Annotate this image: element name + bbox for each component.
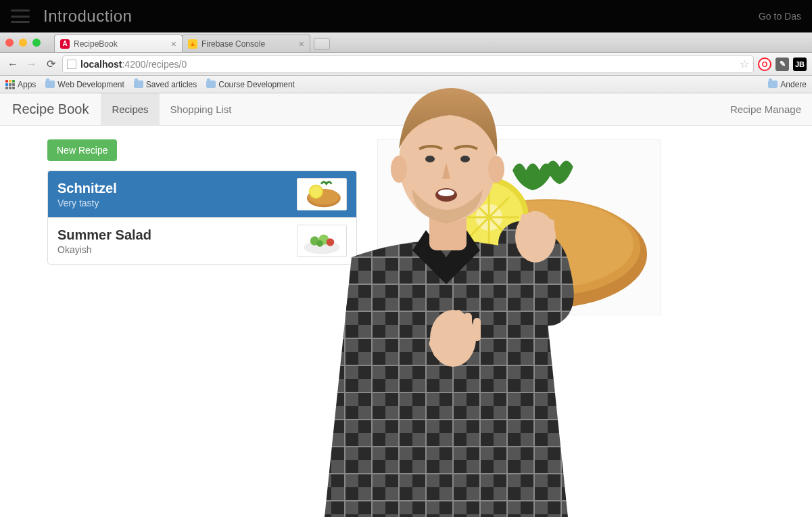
recipe-item-summer-salad[interactable]: Summer Salad Okayish — [48, 218, 356, 264]
parent-right-link[interactable]: Go to Das — [759, 11, 801, 22]
extension-jetbrains-icon[interactable]: JB — [793, 58, 807, 71]
bookmarks-apps[interactable]: Apps — [5, 80, 36, 89]
recipe-item-schnitzel[interactable]: Schnitzel Very tasty — [48, 171, 356, 218]
url-path: :4200/recipes/0 — [122, 59, 187, 70]
parent-title: Introduction — [43, 7, 132, 26]
delete-recipe-button[interactable]: elete — [512, 380, 552, 402]
browser-tab-strip: A RecipeBook × ▲ Firebase Console × — [0, 32, 812, 53]
parent-app-bar: Introduction Go to Das — [0, 0, 812, 32]
svg-rect-34 — [473, 318, 481, 341]
bookmark-folder-saved-articles[interactable]: Saved articles — [134, 80, 197, 89]
app-navbar: Recipe Book Recipes Shopping List Recipe… — [0, 93, 812, 126]
bookmark-folder-course-development[interactable]: Course Development — [206, 80, 295, 89]
bookmark-folder-andere[interactable]: Andere — [768, 80, 807, 89]
bookmarks-bar: Apps Web Development Saved articles Cour… — [0, 76, 812, 93]
window-close-icon[interactable] — [5, 39, 14, 47]
app-content: New Recipe Schnitzel Very tasty — [0, 126, 812, 315]
window-traffic-lights[interactable] — [5, 39, 41, 47]
svg-rect-35 — [427, 337, 444, 359]
recipe-name: Schnitzel — [57, 181, 117, 196]
svg-point-6 — [327, 238, 335, 246]
schnitzel-icon — [297, 179, 346, 210]
recipe-list-column: New Recipe Schnitzel Very tasty — [47, 139, 357, 315]
window-minimize-icon[interactable] — [19, 39, 27, 47]
recipe-thumb — [297, 225, 347, 257]
salad-icon — [297, 225, 346, 256]
recipe-desc: Very tasty — [57, 198, 117, 208]
tab-title: RecipeBook — [74, 39, 118, 49]
svg-rect-31 — [445, 311, 453, 338]
svg-rect-33 — [464, 313, 472, 340]
tab-title: Firebase Console — [201, 39, 265, 49]
new-recipe-button[interactable]: New Recipe — [47, 139, 117, 161]
forward-button[interactable]: → — [24, 57, 39, 72]
tab-close-icon[interactable]: × — [299, 39, 304, 49]
angular-favicon-icon: A — [60, 39, 70, 49]
bookmark-star-icon[interactable]: ☆ — [740, 58, 749, 70]
firebase-favicon-icon: ▲ — [188, 39, 197, 49]
apps-label: Apps — [18, 80, 36, 89]
svg-point-7 — [316, 240, 323, 247]
window-zoom-icon[interactable] — [32, 39, 41, 47]
recipe-desc: Okayish — [57, 244, 151, 255]
hamburger-icon[interactable] — [11, 9, 30, 23]
recipe-detail-actions: elete — [512, 380, 552, 402]
reload-button[interactable]: ⟳ — [43, 57, 58, 72]
nav-link-shopping-list[interactable]: Shopping List — [160, 93, 243, 125]
folder-icon — [768, 81, 778, 88]
nav-link-manage[interactable]: Recipe Manage — [719, 93, 812, 125]
page-icon — [67, 60, 76, 69]
extension-colorpicker-icon[interactable]: ✎ — [775, 58, 789, 71]
recipe-thumb — [297, 178, 347, 210]
recipe-name: Summer Salad — [57, 227, 151, 243]
svg-point-30 — [430, 310, 476, 367]
browser-chrome: A RecipeBook × ▲ Firebase Console × ← → … — [0, 32, 812, 93]
folder-label: Web Development — [57, 80, 124, 89]
folder-icon — [206, 81, 216, 88]
back-button[interactable]: ← — [5, 57, 20, 72]
folder-icon — [45, 81, 55, 88]
extension-opera-icon[interactable]: O — [758, 58, 771, 71]
recipe-list: Schnitzel Very tasty Summer Salad Okayis… — [47, 171, 357, 265]
folder-icon — [134, 81, 143, 88]
browser-tab-firebase[interactable]: ▲ Firebase Console × — [182, 35, 310, 52]
folder-label: Course Development — [218, 80, 295, 89]
schnitzel-large-icon — [378, 139, 661, 315]
bookmark-folder-web-development[interactable]: Web Development — [45, 80, 124, 89]
folder-label: Andere — [780, 80, 807, 89]
nav-link-recipes[interactable]: Recipes — [101, 93, 159, 125]
address-bar[interactable]: localhost:4200/recipes/0 ☆ — [62, 55, 754, 73]
svg-point-2 — [310, 185, 323, 198]
recipe-detail-image — [377, 139, 661, 315]
app-brand[interactable]: Recipe Book — [0, 93, 101, 125]
tab-close-icon[interactable]: × — [171, 39, 176, 49]
browser-tab-recipebook[interactable]: A RecipeBook × — [54, 35, 183, 52]
browser-toolbar: ← → ⟳ localhost:4200/recipes/0 ☆ O ✎ JB — [0, 53, 812, 76]
new-tab-button[interactable] — [314, 38, 330, 50]
folder-label: Saved articles — [146, 80, 197, 89]
recipe-detail-column: elete — [377, 139, 812, 315]
apps-grid-icon — [5, 80, 15, 89]
url-host: localhost — [80, 59, 122, 70]
